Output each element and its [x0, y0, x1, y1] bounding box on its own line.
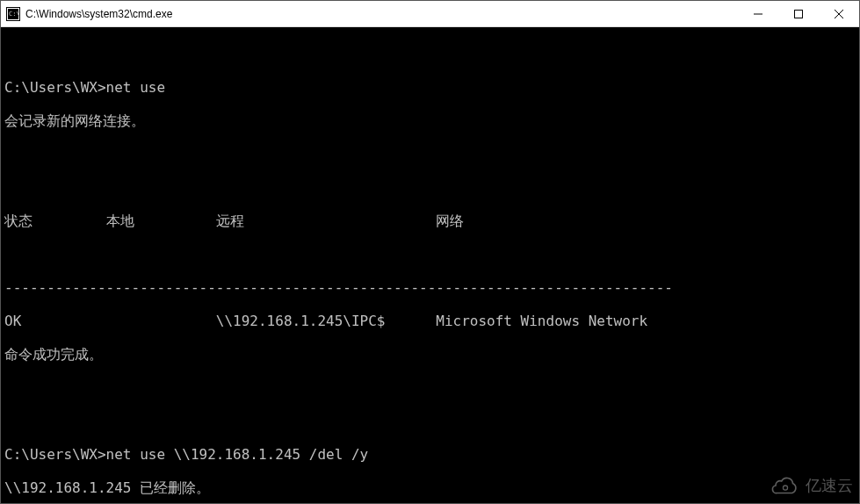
command-text: net use \\192.168.1.245 /del /y [106, 446, 369, 463]
terminal-line [4, 379, 856, 396]
minimize-button[interactable] [738, 1, 778, 27]
watermark-text: 亿速云 [806, 475, 853, 496]
close-button[interactable] [819, 1, 859, 27]
svg-rect-5 [795, 11, 803, 18]
output-line: 命令成功完成。 [4, 346, 856, 363]
output-line: 会记录新的网络连接。 [4, 112, 856, 129]
command-text: net use [106, 79, 165, 96]
terminal-line [4, 179, 856, 196]
header-remote: 远程 [216, 212, 436, 229]
svg-point-8 [783, 486, 787, 490]
prompt: C:\Users\WX> [4, 79, 106, 96]
watermark: 亿速云 [770, 474, 853, 497]
table-row: OK\\192.168.1.245\IPC$Microsoft Windows … [4, 313, 856, 329]
terminal-line [4, 246, 856, 263]
command-line: C:\Users\WX>net use [4, 79, 856, 96]
header-network: 网络 [436, 212, 464, 229]
table-header: 状态本地远程网络 [4, 212, 856, 229]
cmd-window: C:\ C:\Windows\system32\cmd.exe C:\Users… [0, 0, 860, 504]
window-controls [738, 1, 859, 26]
cloud-icon [770, 474, 800, 497]
row-remote: \\192.168.1.245\IPC$ [216, 313, 436, 329]
titlebar[interactable]: C:\ C:\Windows\system32\cmd.exe [1, 1, 859, 27]
output-line: \\192.168.1.245 已经删除。 [4, 479, 856, 496]
terminal-output[interactable]: C:\Users\WX>net use 会记录新的网络连接。 状态本地远程网络 … [1, 27, 859, 503]
svg-text:C:\: C:\ [9, 11, 20, 18]
maximize-button[interactable] [778, 1, 819, 27]
terminal-line [4, 413, 856, 429]
prompt: C:\Users\WX> [4, 446, 106, 463]
terminal-line [4, 46, 856, 62]
window-title: C:\Windows\system32\cmd.exe [25, 8, 738, 20]
cmd-icon: C:\ [6, 7, 20, 21]
header-local: 本地 [106, 212, 216, 229]
row-network: Microsoft Windows Network [436, 313, 647, 329]
command-line: C:\Users\WX>net use \\192.168.1.245 /del… [4, 446, 856, 463]
terminal-line [4, 146, 856, 162]
row-status: OK [4, 313, 106, 329]
separator-line: ----------------------------------------… [4, 279, 856, 296]
header-status: 状态 [4, 212, 106, 229]
